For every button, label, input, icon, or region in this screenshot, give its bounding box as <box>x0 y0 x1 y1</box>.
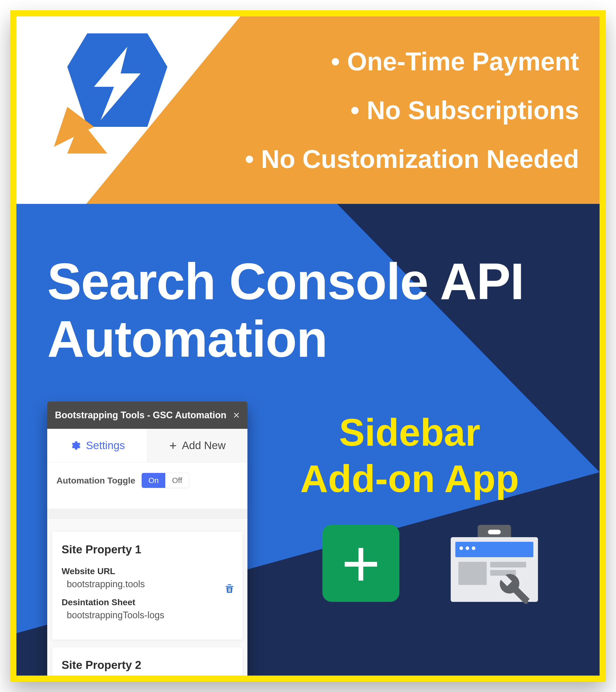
panel-tabs: Settings + Add New <box>47 429 247 462</box>
card-title: Site Property 2 <box>62 658 233 671</box>
field-label: Desintation Sheet <box>62 597 233 607</box>
card-title: Site Property 1 <box>62 543 233 556</box>
sidebar-panel: Bootstrapping Tools - GSC Automation × S… <box>47 402 247 682</box>
tab-add-new[interactable]: + Add New <box>147 429 248 462</box>
app-icons-row: + <box>322 525 538 602</box>
yellow-line: Sidebar <box>256 409 564 455</box>
sidebar-app-label: Sidebar Add-on App <box>256 409 564 502</box>
site-property-card: Site Property 2 <box>52 647 242 682</box>
toggle-label: Automation Toggle <box>57 476 135 485</box>
panel-body: Automation Toggle On Off <box>47 462 247 509</box>
trash-icon[interactable] <box>224 583 235 597</box>
automation-toggle-row: Automation Toggle On Off <box>57 473 238 488</box>
tab-settings-label: Settings <box>86 439 125 452</box>
yellow-line: Add-on App <box>256 455 564 502</box>
toggle-on[interactable]: On <box>142 473 165 488</box>
panel-body: Site Property 1 Website URL bootstrappin… <box>47 519 247 682</box>
hero-title-line: Automation <box>47 310 524 368</box>
brand-logo-icon <box>47 27 181 160</box>
field-value: bootstrapping.tools <box>67 579 233 589</box>
hero-title: Search Console API Automation <box>47 253 524 368</box>
bullet-item: One-Time Payment <box>245 37 579 86</box>
panel-header: Bootstrapping Tools - GSC Automation × <box>47 402 247 429</box>
svg-rect-5 <box>229 588 230 592</box>
hero-section: Search Console API Automation Bootstrapp… <box>17 204 599 682</box>
close-icon[interactable]: × <box>233 409 240 421</box>
field-label: Website URL <box>62 566 233 576</box>
bullet-item: No Customization Needed <box>245 134 579 183</box>
svg-rect-6 <box>230 588 231 592</box>
svg-rect-4 <box>228 588 229 592</box>
sheets-icon: + <box>322 525 399 602</box>
toggle-off[interactable]: Off <box>165 473 189 488</box>
site-property-card: Site Property 1 Website URL bootstrappin… <box>52 532 242 640</box>
tab-addnew-label: Add New <box>182 439 226 452</box>
field-value: bootstrappingTools-logs <box>67 610 233 621</box>
promo-frame: One-Time Payment No Subscriptions No Cus… <box>10 10 606 682</box>
wrench-icon <box>494 568 533 607</box>
search-console-icon <box>451 525 538 602</box>
automation-toggle[interactable]: On Off <box>141 473 189 488</box>
panel-divider <box>47 509 247 519</box>
feature-bullets: One-Time Payment No Subscriptions No Cus… <box>245 37 579 183</box>
bullet-item: No Subscriptions <box>245 86 579 134</box>
panel-title: Bootstrapping Tools - GSC Automation <box>55 410 226 420</box>
plus-icon: + <box>169 438 177 453</box>
tab-settings[interactable]: Settings <box>47 429 147 462</box>
gear-icon <box>70 440 81 451</box>
plus-icon: + <box>342 530 380 597</box>
hero-title-line: Search Console API <box>47 253 524 310</box>
top-section: One-Time Payment No Subscriptions No Cus… <box>17 17 599 204</box>
